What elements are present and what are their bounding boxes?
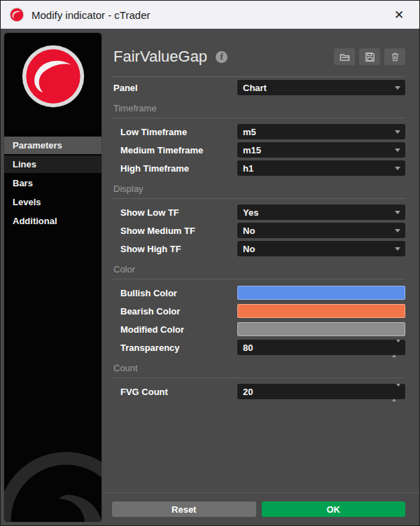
transparency-value: 80 [237, 340, 405, 355]
header-toolbar [334, 48, 405, 65]
low-timeframe-value: m5 [237, 124, 405, 139]
dialog-body: Parameters Lines Bars Levels Additional … [1, 29, 419, 525]
open-folder-icon [340, 52, 350, 62]
section-title-display: Display [112, 183, 405, 195]
page-title: FairValueGap [113, 48, 207, 66]
transparency-row: Transparency 80 [112, 340, 405, 355]
save-template-button[interactable] [359, 48, 380, 65]
section-title-color: Color [112, 263, 405, 276]
show-medium-tf-label: Show Medium TF [112, 226, 195, 236]
sidebar-item-bars[interactable]: Bars [4, 174, 102, 192]
ctrader-watermark-icon [4, 448, 102, 522]
chevron-down-icon [395, 130, 400, 134]
main-panel: FairValueGap f [102, 29, 419, 525]
medium-timeframe-row: Medium Timeframe m15 [112, 142, 405, 158]
trash-icon [390, 52, 400, 62]
save-icon [365, 52, 375, 62]
ctrader-logo-icon [9, 7, 24, 22]
info-icon[interactable]: f [216, 51, 227, 63]
bearish-color-swatch [237, 304, 405, 318]
load-template-button[interactable] [334, 48, 355, 65]
show-medium-tf-select[interactable]: No [237, 223, 405, 238]
sidebar-item-lines[interactable]: Lines [4, 155, 102, 173]
chevron-down-icon [395, 167, 400, 170]
fvg-count-row: FVG Count 20 [112, 384, 405, 399]
ctrader-logo-large-icon [21, 44, 85, 109]
sidebar-item-levels[interactable]: Levels [4, 193, 102, 211]
fvg-count-value: 20 [237, 384, 405, 399]
transparency-stepper[interactable]: 80 [237, 340, 405, 355]
stepper-arrows-icon[interactable] [392, 342, 400, 355]
stepper-arrows-icon[interactable] [392, 387, 400, 399]
bullish-color-label: Bullish Color [112, 288, 177, 298]
high-timeframe-select[interactable]: h1 [237, 160, 405, 176]
modified-color-row: Modified Color [112, 321, 405, 337]
medium-timeframe-value: m15 [237, 142, 405, 158]
dialog-footer: Reset OK [102, 492, 419, 525]
show-low-tf-value: Yes [237, 205, 405, 220]
high-timeframe-value: h1 [237, 160, 405, 176]
section-divider [112, 118, 405, 118]
modified-color-label: Modified Color [112, 324, 184, 335]
bullish-color-picker[interactable] [237, 285, 405, 300]
high-timeframe-row: High Timeframe h1 [112, 160, 405, 176]
transparency-label: Transparency [112, 342, 180, 353]
show-medium-tf-value: No [237, 223, 405, 238]
show-medium-tf-row: Show Medium TF No [112, 223, 405, 238]
modified-color-picker[interactable] [237, 321, 405, 337]
panel-select[interactable]: Chart [237, 80, 405, 95]
high-timeframe-label: High Timeframe [112, 163, 189, 174]
medium-timeframe-label: Medium Timeframe [112, 145, 203, 155]
fvg-count-label: FVG Count [112, 387, 168, 397]
section-divider [112, 198, 405, 199]
title-bar: Modify indicator - cTrader ✕ [1, 1, 419, 29]
bullish-color-row: Bullish Color [112, 285, 405, 300]
chevron-down-icon [395, 148, 400, 152]
show-low-tf-label: Show Low TF [112, 207, 179, 218]
chevron-down-icon [395, 229, 400, 233]
bearish-color-picker[interactable] [237, 303, 405, 319]
indicator-header: FairValueGap f [113, 46, 405, 67]
header-divider [112, 76, 405, 77]
delete-template-button[interactable] [384, 48, 405, 65]
chevron-down-icon [395, 86, 400, 90]
low-timeframe-select[interactable]: m5 [237, 124, 405, 139]
low-timeframe-row: Low Timeframe m5 [112, 124, 405, 139]
panel-label: Panel [112, 83, 138, 93]
chevron-down-icon [395, 211, 400, 214]
show-high-tf-value: No [237, 241, 405, 256]
chevron-down-icon [395, 247, 400, 251]
panel-row: Panel Chart [112, 80, 405, 95]
modified-color-swatch [237, 322, 405, 336]
sidebar-menu: Parameters Lines Bars Levels Additional [4, 137, 102, 230]
show-high-tf-row: Show High TF No [112, 241, 405, 256]
section-title-timeframe: Timeframe [112, 102, 405, 115]
show-high-tf-select[interactable]: No [237, 241, 405, 256]
show-high-tf-label: Show High TF [112, 244, 181, 254]
show-low-tf-row: Show Low TF Yes [112, 205, 405, 220]
sidebar: Parameters Lines Bars Levels Additional [4, 32, 102, 522]
fvg-count-stepper[interactable]: 20 [237, 384, 405, 399]
reset-button[interactable]: Reset [112, 501, 256, 517]
bearish-color-row: Bearish Color [112, 303, 405, 319]
section-title-count: Count [112, 362, 405, 375]
low-timeframe-label: Low Timeframe [112, 127, 187, 137]
bullish-color-swatch [237, 286, 405, 300]
sidebar-item-additional[interactable]: Additional [4, 212, 102, 230]
bearish-color-label: Bearish Color [112, 306, 180, 317]
sidebar-item-parameters[interactable]: Parameters [4, 137, 102, 154]
medium-timeframe-select[interactable]: m15 [237, 142, 405, 158]
section-divider [112, 378, 405, 378]
modify-indicator-dialog: Modify indicator - cTrader ✕ Parameters … [0, 0, 420, 526]
ok-button[interactable]: OK [262, 501, 406, 517]
section-divider [112, 279, 405, 279]
window-title: Modify indicator - cTrader [31, 9, 150, 21]
close-icon[interactable]: ✕ [387, 3, 411, 27]
show-low-tf-select[interactable]: Yes [237, 205, 405, 220]
panel-select-value: Chart [237, 80, 405, 95]
